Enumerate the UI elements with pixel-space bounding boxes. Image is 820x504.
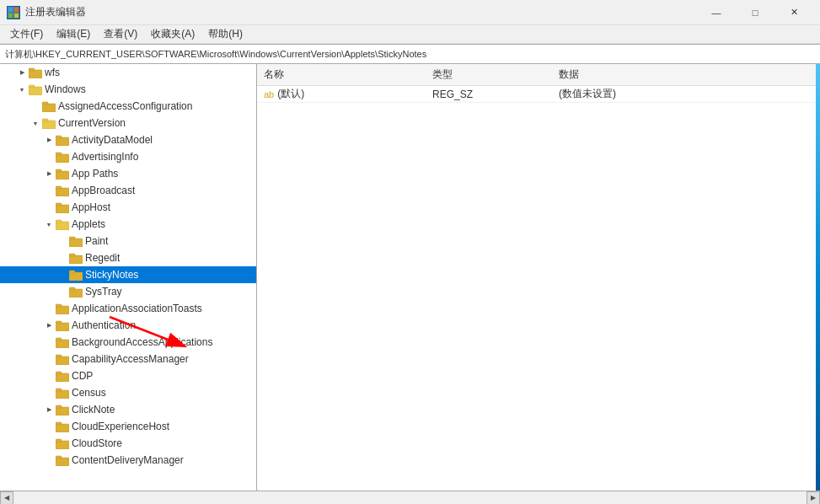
svg-rect-23 (56, 220, 62, 223)
tree-item-windows[interactable]: Windows (0, 81, 256, 98)
tree-item-systray[interactable]: SysTray (0, 283, 256, 300)
svg-rect-3 (14, 13, 19, 18)
folder-icon-applets (56, 218, 69, 230)
tree-item-stickynotes[interactable]: StickyNotes (0, 266, 256, 283)
folder-icon-cdp (56, 370, 69, 382)
tree-item-paint[interactable]: Paint (0, 233, 256, 249)
scroll-track[interactable] (13, 492, 807, 504)
scroll-right-button[interactable]: ▶ (807, 491, 820, 505)
svg-rect-42 (56, 390, 69, 399)
tree-item-advertisinginfo[interactable]: AdvertisingInfo (0, 148, 256, 165)
svg-rect-1 (14, 8, 19, 12)
menu-help[interactable]: 帮助(H) (201, 25, 249, 43)
folder-icon-windows (29, 83, 42, 95)
svg-rect-30 (69, 289, 83, 298)
svg-rect-37 (56, 338, 62, 340)
svg-rect-48 (56, 441, 69, 449)
svg-rect-40 (56, 373, 69, 382)
tree-item-appbroadcast[interactable]: AppBroadcast (0, 182, 256, 199)
tree-item-census[interactable]: Census (0, 384, 256, 401)
tree-expander-currentversion[interactable] (29, 116, 42, 130)
tree-item-cdp[interactable]: CDP (0, 367, 256, 384)
tree-item-applets[interactable]: Applets (0, 216, 256, 233)
folder-icon-cloudstore (56, 437, 69, 449)
svg-rect-24 (69, 239, 83, 247)
tree-label-applicationassociation: ApplicationAssociationToasts (72, 303, 202, 314)
svg-rect-34 (56, 323, 69, 331)
svg-rect-21 (56, 203, 62, 206)
tree-expander-activitydata[interactable] (42, 133, 56, 147)
folder-icon-cloudexperiencehost (56, 421, 69, 432)
tree-expander-apppaths[interactable] (42, 167, 56, 180)
tree-expander-windows[interactable] (15, 83, 29, 96)
tree-item-capabilityaccess[interactable]: CapabilityAccessManager (0, 351, 256, 367)
svg-rect-26 (69, 255, 83, 264)
address-path: 计算机\HKEY_CURRENT_USER\SOFTWARE\Microsoft… (5, 48, 426, 61)
svg-rect-51 (56, 456, 62, 458)
tree-item-applicationassociation[interactable]: ApplicationAssociationToasts (0, 300, 256, 317)
svg-rect-43 (56, 389, 62, 391)
svg-rect-4 (29, 70, 42, 78)
svg-rect-14 (56, 154, 69, 163)
tree-expander-clicknote[interactable] (42, 403, 56, 416)
folder-icon-currentversion (42, 117, 56, 129)
svg-rect-20 (56, 205, 69, 213)
col-header-data: 数据 (552, 66, 816, 83)
svg-rect-36 (56, 340, 69, 348)
svg-rect-15 (56, 153, 62, 155)
tree-label-applets: Applets (72, 218, 105, 230)
svg-rect-5 (29, 68, 35, 71)
tree-item-backgroundaccess[interactable]: BackgroundAccessApplications (0, 334, 256, 351)
svg-rect-35 (56, 321, 62, 324)
svg-rect-25 (69, 237, 75, 239)
tree-label-capabilityaccess: CapabilityAccessManager (72, 353, 189, 365)
tree-label-cloudexperiencehost: CloudExperienceHost (72, 421, 169, 432)
tree-item-currentversion[interactable]: CurrentVersion (0, 115, 256, 131)
tree-label-regedit: Regedit (85, 252, 120, 264)
tree-item-authentication[interactable]: Authentication (0, 317, 256, 334)
reg-type: REG_SZ (426, 88, 552, 100)
reg-data: (数值未设置) (552, 87, 816, 101)
tree-expander-applets[interactable] (42, 217, 56, 231)
scroll-left-button[interactable]: ◀ (0, 491, 13, 505)
tree-label-cloudstore: CloudStore (72, 437, 122, 449)
tree-item-wfs[interactable]: wfs (0, 64, 256, 81)
registry-row[interactable]: ab (默认) REG_SZ (数值未设置) (257, 86, 816, 103)
tree-item-apppaths[interactable]: App Paths (0, 165, 256, 182)
tree-label-assignedaccess: AssignedAccessConfiguration (58, 100, 192, 112)
tree-item-cloudstore[interactable]: CloudStore (0, 435, 256, 452)
svg-rect-41 (56, 372, 62, 374)
tree-item-apphost[interactable]: AppHost (0, 199, 256, 216)
tree-panel[interactable]: wfs Windows AssignedAccessConfiguration … (0, 64, 257, 491)
tree-expander-authentication[interactable] (42, 319, 56, 332)
tree-item-activitydata[interactable]: ActivityDataModel (0, 131, 256, 148)
column-headers: 名称 类型 数据 (257, 64, 816, 86)
minimize-button[interactable]: — (697, 0, 736, 25)
tree-item-regedit[interactable]: Regedit (0, 249, 256, 266)
svg-rect-47 (56, 422, 62, 425)
menu-file[interactable]: 文件(F) (3, 25, 50, 43)
svg-rect-7 (29, 85, 35, 88)
tree-label-advertisinginfo: AdvertisingInfo (72, 151, 138, 163)
tree-item-assignedaccess[interactable]: AssignedAccessConfiguration (0, 98, 256, 115)
menu-view[interactable]: 查看(V) (97, 25, 144, 43)
horizontal-scrollbar[interactable]: ◀ ▶ (0, 491, 820, 504)
svg-rect-18 (56, 188, 69, 196)
tree-expander-wfs[interactable] (15, 66, 29, 79)
title-bar: 注册表编辑器 — □ ✕ (0, 0, 820, 25)
folder-icon-contentdelivery (56, 454, 69, 466)
tree-item-clicknote[interactable]: ClickNote (0, 401, 256, 418)
tree-label-backgroundaccess: BackgroundAccessApplications (72, 336, 212, 348)
maximize-button[interactable]: □ (736, 0, 774, 25)
folder-icon-apppaths (56, 168, 69, 180)
close-button[interactable]: ✕ (774, 0, 813, 25)
address-bar[interactable]: 计算机\HKEY_CURRENT_USER\SOFTWARE\Microsoft… (0, 44, 820, 64)
tree-item-cloudexperiencehost[interactable]: CloudExperienceHost (0, 418, 256, 435)
tree-label-clicknote: ClickNote (72, 404, 115, 416)
svg-rect-27 (69, 254, 75, 256)
tree-item-contentdelivery[interactable]: ContentDeliveryManager (0, 452, 256, 469)
menu-edit[interactable]: 编辑(E) (50, 25, 97, 43)
menu-favorites[interactable]: 收藏夹(A) (144, 25, 201, 43)
tree-label-cdp: CDP (72, 370, 93, 382)
svg-rect-33 (56, 304, 62, 307)
